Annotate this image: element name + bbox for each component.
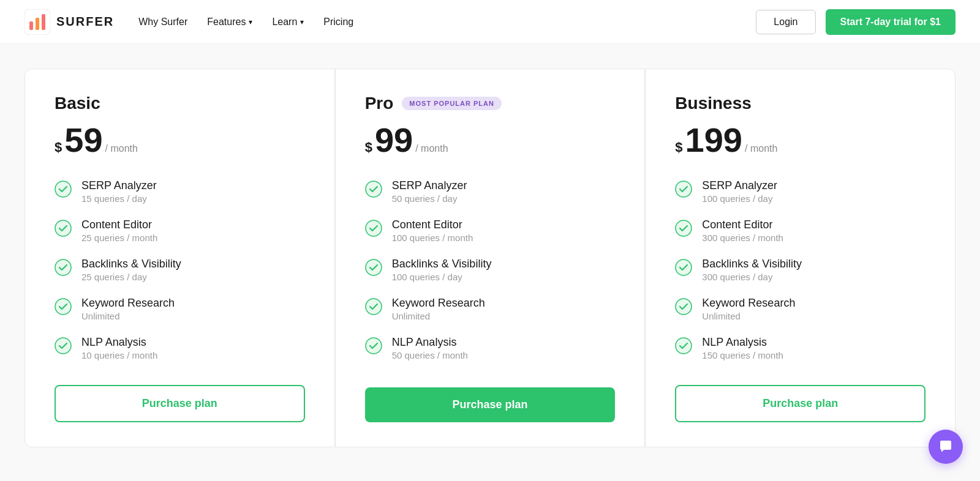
svg-point-14 (676, 181, 692, 197)
feature-detail: 100 queries / month (392, 233, 473, 243)
feature-name: SERP Analyzer (81, 179, 157, 192)
feature-name: Backlinks & Visibility (702, 258, 802, 270)
plan-name-pro: Pro (365, 94, 394, 113)
nav-features[interactable]: Features ▾ (207, 17, 252, 28)
chat-icon (938, 439, 954, 455)
feature-name: SERP Analyzer (702, 179, 777, 192)
feature-text: NLP Analysis10 queries / month (81, 336, 157, 360)
check-icon (365, 298, 382, 315)
feature-text: NLP Analysis150 queries / month (702, 336, 783, 360)
purchase-button-business[interactable]: Purchase plan (675, 385, 925, 422)
check-icon (675, 298, 692, 315)
check-icon (55, 181, 72, 198)
svg-point-12 (366, 299, 382, 315)
feature-item: NLP Analysis150 queries / month (675, 336, 925, 360)
price-amount-pro: 99 (375, 123, 413, 157)
chat-bubble[interactable] (929, 430, 963, 464)
svg-point-16 (676, 259, 692, 275)
svg-rect-3 (42, 14, 45, 30)
features-list-business: SERP Analyzer100 queries / dayContent Ed… (675, 179, 925, 360)
svg-rect-1 (29, 21, 33, 30)
feature-name: Keyword Research (702, 297, 795, 310)
check-icon (365, 220, 382, 237)
plan-price-business: $199/ month (675, 123, 925, 157)
feature-item: Content Editor25 queries / month (55, 218, 305, 243)
feature-text: Keyword ResearchUnlimited (392, 297, 485, 321)
learn-chevron-icon: ▾ (300, 18, 304, 26)
feature-detail: Unlimited (392, 311, 485, 321)
nav-why-surfer[interactable]: Why Surfer (138, 17, 187, 28)
check-icon (675, 220, 692, 237)
price-amount-basic: 59 (64, 123, 102, 157)
nav-pricing[interactable]: Pricing (323, 17, 353, 28)
trial-button[interactable]: Start 7-day trial for $1 (826, 9, 956, 35)
price-dollar-sign: $ (365, 140, 372, 155)
plan-header-business: Business (675, 94, 925, 113)
feature-detail: Unlimited (81, 311, 175, 321)
check-icon (55, 259, 72, 276)
plan-card-basic: Basic$59/ monthSERP Analyzer15 queries /… (24, 69, 335, 447)
feature-name: NLP Analysis (81, 336, 157, 349)
plan-card-pro: ProMOST POPULAR PLAN$99/ monthSERP Analy… (335, 69, 646, 447)
feature-item: Keyword ResearchUnlimited (365, 297, 616, 321)
plans-grid: Basic$59/ monthSERP Analyzer15 queries /… (24, 69, 956, 447)
feature-detail: 300 queries / day (702, 272, 802, 282)
svg-point-10 (366, 220, 382, 236)
feature-detail: 15 queries / day (81, 193, 157, 204)
nav-learn[interactable]: Learn ▾ (272, 17, 304, 28)
feature-text: Backlinks & Visibility300 queries / day (702, 258, 802, 282)
feature-detail: 100 queries / day (392, 272, 492, 282)
feature-text: Keyword ResearchUnlimited (81, 297, 175, 321)
plan-card-business: Business$199/ monthSERP Analyzer100 quer… (645, 69, 956, 447)
logo[interactable]: SURFER (24, 9, 114, 35)
feature-text: NLP Analysis50 queries / month (392, 336, 468, 360)
feature-item: Keyword ResearchUnlimited (675, 297, 925, 321)
feature-item: SERP Analyzer15 queries / day (55, 179, 305, 204)
nav-links: Why Surfer Features ▾ Learn ▾ Pricing (138, 17, 756, 28)
feature-text: Content Editor25 queries / month (81, 218, 157, 243)
price-period-business: / month (745, 143, 777, 154)
logo-text: SURFER (56, 15, 114, 29)
navbar: SURFER Why Surfer Features ▾ Learn ▾ Pri… (0, 0, 980, 44)
svg-point-7 (55, 299, 71, 315)
popular-badge: MOST POPULAR PLAN (402, 97, 502, 110)
pricing-section: Basic$59/ monthSERP Analyzer15 queries /… (0, 44, 980, 481)
plan-price-pro: $99/ month (365, 123, 616, 157)
purchase-button-basic[interactable]: Purchase plan (55, 385, 305, 422)
feature-name: Keyword Research (81, 297, 175, 310)
feature-item: Keyword ResearchUnlimited (55, 297, 305, 321)
feature-name: Content Editor (392, 218, 473, 231)
price-dollar-sign: $ (675, 140, 682, 155)
feature-text: SERP Analyzer15 queries / day (81, 179, 157, 204)
login-button[interactable]: Login (756, 10, 815, 34)
feature-detail: 25 queries / day (81, 272, 181, 282)
check-icon (55, 337, 72, 354)
price-period-basic: / month (105, 143, 138, 154)
price-dollar-sign: $ (55, 140, 62, 155)
feature-item: NLP Analysis50 queries / month (365, 336, 616, 360)
feature-name: Content Editor (81, 218, 157, 231)
svg-point-5 (55, 220, 71, 236)
feature-detail: 50 queries / day (392, 193, 467, 204)
feature-detail: Unlimited (702, 311, 795, 321)
svg-point-15 (676, 220, 692, 236)
features-chevron-icon: ▾ (249, 18, 252, 26)
svg-point-13 (366, 338, 382, 354)
price-amount-business: 199 (685, 123, 742, 157)
purchase-button-pro[interactable]: Purchase plan (365, 387, 616, 422)
feature-text: Backlinks & Visibility25 queries / day (81, 258, 181, 282)
check-icon (55, 220, 72, 237)
feature-detail: 100 queries / day (702, 193, 777, 204)
plan-header-pro: ProMOST POPULAR PLAN (365, 94, 616, 113)
logo-icon (24, 9, 50, 35)
check-icon (55, 298, 72, 315)
feature-item: NLP Analysis10 queries / month (55, 336, 305, 360)
features-list-pro: SERP Analyzer50 queries / dayContent Edi… (365, 179, 616, 363)
check-icon (365, 259, 382, 276)
feature-item: Backlinks & Visibility100 queries / day (365, 258, 616, 282)
check-icon (675, 337, 692, 354)
feature-item: Backlinks & Visibility25 queries / day (55, 258, 305, 282)
feature-detail: 300 queries / month (702, 233, 783, 243)
feature-text: Content Editor100 queries / month (392, 218, 473, 243)
feature-detail: 25 queries / month (81, 233, 157, 243)
